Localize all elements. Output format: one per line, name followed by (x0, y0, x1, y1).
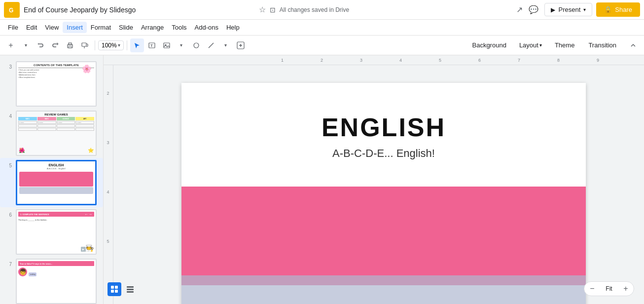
redo-button[interactable] (48, 38, 62, 52)
menu-insert[interactable]: Insert (63, 22, 87, 33)
slide-canvas: ENGLISH A-B-C-D-E... English! (181, 83, 586, 304)
svg-text:3: 3 (107, 140, 109, 145)
slide-num-6: 6 (4, 212, 12, 218)
slide-thumb-3: CONTENTS OF THIS TEMPLATE ▪ Here you can… (16, 61, 97, 107)
menu-edit[interactable]: Edit (22, 22, 41, 33)
save-status: All changes saved in Drive (280, 6, 511, 13)
svg-rect-5 (82, 43, 86, 46)
paint-format-button[interactable] (78, 38, 92, 52)
svg-rect-3 (69, 43, 72, 45)
toolbar-right: Background Layout ▾ Theme Transition (466, 38, 640, 52)
undo-dropdown-button[interactable]: ▾ (19, 38, 33, 52)
zoom-out-button[interactable]: − (586, 283, 598, 295)
svg-point-10 (194, 43, 199, 48)
divider-1 (95, 40, 95, 50)
slide-pink-block (181, 187, 586, 285)
svg-text:G: G (9, 7, 13, 14)
svg-text:T: T (150, 43, 153, 48)
document-title: End of Course Jeopardy by Slidesgo (24, 6, 255, 14)
collapse-toolbar-button[interactable] (626, 38, 640, 52)
slide-thumb-5: ENGLISH A-B-C-D-E... English! (16, 160, 97, 205)
title-bar: G End of Course Jeopardy by Slidesgo ☆ ⊡… (0, 0, 644, 20)
canvas-area: 1 2 3 4 5 6 7 8 9 2 3 4 5 E (104, 55, 644, 304)
text-tool-button[interactable]: T (145, 38, 159, 52)
zoom-value: 100% (102, 42, 117, 49)
main-content: 3 CONTENTS OF THIS TEMPLATE ▪ Here you c… (0, 55, 644, 304)
line-tool-button[interactable] (204, 38, 218, 52)
shape-tool-button[interactable] (189, 38, 203, 52)
divider-2 (127, 40, 127, 50)
svg-rect-25 (111, 286, 114, 289)
menu-slide[interactable]: Slide (115, 22, 137, 33)
slide-thumb-6: 1. COMPLETE THE SENTENCE ←→ The boy is _… (16, 209, 97, 255)
undo-button[interactable] (34, 38, 47, 52)
print-button[interactable] (63, 38, 77, 52)
zoom-control[interactable]: 100% ▾ (98, 40, 124, 50)
slide-subtitle: A-B-C-D-E... English! (332, 147, 435, 160)
add-slide-button[interactable]: + (4, 38, 18, 52)
svg-text:1: 1 (281, 58, 284, 63)
star-icon[interactable]: ☆ (259, 5, 266, 14)
svg-text:9: 9 (597, 58, 599, 63)
slide-item-5[interactable]: 5 ENGLISH A-B-C-D-E... English! (0, 158, 103, 207)
lock-icon: 🔒 (604, 6, 612, 13)
layout-button[interactable]: Layout ▾ (514, 39, 547, 51)
theme-button[interactable]: Theme (549, 39, 580, 51)
present-button[interactable]: ▶ Present ▾ (544, 3, 592, 16)
trend-icon[interactable]: ↗ (516, 5, 523, 14)
image-tool-button[interactable] (160, 38, 174, 52)
grid-view-button[interactable] (107, 282, 121, 296)
menu-help[interactable]: Help (222, 22, 244, 33)
svg-text:3: 3 (360, 58, 362, 63)
share-button[interactable]: 🔒 Share (596, 2, 640, 17)
slide-item-6[interactable]: 6 1. COMPLETE THE SENTENCE ←→ The boy is… (0, 207, 103, 257)
app-icon: G (4, 2, 20, 18)
transition-button[interactable]: Transition (582, 39, 622, 51)
svg-text:6: 6 (478, 58, 481, 63)
image-dropdown-button[interactable]: ▾ (175, 38, 188, 52)
slide-item-4[interactable]: 4 REVIEW GAMES MAT1 MAT2 SCIENCE ART Q N… (0, 109, 103, 158)
background-button[interactable]: Background (466, 39, 512, 51)
menu-tools[interactable]: Tools (168, 22, 190, 33)
layout-dropdown-icon: ▾ (539, 42, 542, 48)
list-view-button[interactable] (123, 282, 137, 296)
line-dropdown-button[interactable]: ▾ (219, 38, 233, 52)
canvas-scroll-area: ENGLISH A-B-C-D-E... English! (113, 65, 644, 304)
slide-num-7: 7 (4, 262, 12, 267)
svg-text:2: 2 (107, 91, 109, 96)
menu-view[interactable]: View (41, 22, 63, 33)
zoom-controls: − Fit + (584, 281, 634, 296)
svg-rect-29 (127, 286, 134, 288)
comment-icon[interactable]: 💬 (529, 5, 538, 14)
toolbar: + ▾ 100% ▾ T ▾ ▾ Background (0, 36, 644, 55)
action-buttons: ↗ 💬 ▶ Present ▾ 🔒 Share (516, 2, 640, 17)
menu-addons[interactable]: Add-ons (191, 22, 222, 33)
zoom-display: Fit (599, 285, 619, 292)
slide-item-3[interactable]: 3 CONTENTS OF THIS TEMPLATE ▪ Here you c… (0, 59, 103, 109)
menu-format[interactable]: Format (87, 22, 115, 33)
horizontal-ruler: 1 2 3 4 5 6 7 8 9 (104, 55, 644, 65)
cursor-tool-button[interactable] (130, 38, 144, 52)
slide-thumb-4: REVIEW GAMES MAT1 MAT2 SCIENCE ART Q Nam… (16, 111, 97, 156)
svg-rect-4 (69, 46, 72, 48)
svg-text:7: 7 (518, 58, 520, 63)
slide-num-3: 3 (4, 64, 12, 70)
svg-text:5: 5 (439, 58, 441, 63)
svg-rect-27 (111, 290, 114, 293)
present-icon: ▶ (551, 6, 555, 13)
slide-num-5: 5 (4, 163, 12, 168)
menu-arrange[interactable]: Arrange (137, 22, 168, 33)
svg-text:4: 4 (399, 58, 402, 63)
slide-lavender-block (181, 275, 586, 304)
svg-rect-30 (127, 289, 134, 290)
special-add-button[interactable] (234, 38, 248, 52)
slide-title: ENGLISH (322, 113, 446, 142)
menu-file[interactable]: File (4, 22, 22, 33)
folder-icon[interactable]: ⊡ (270, 6, 276, 14)
menu-bar: File Edit View Insert Format Slide Arran… (0, 20, 644, 36)
svg-rect-26 (115, 286, 118, 289)
zoom-in-button[interactable]: + (620, 283, 632, 295)
zoom-dropdown-icon: ▾ (118, 42, 120, 48)
slide-item-7[interactable]: 7 True or false? It says in the news... … (0, 257, 103, 304)
svg-rect-28 (115, 290, 118, 293)
